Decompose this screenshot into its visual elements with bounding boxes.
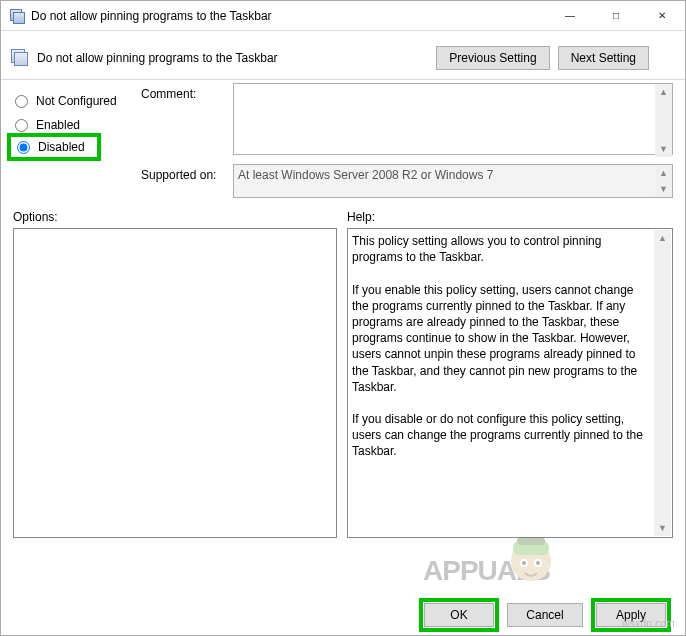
window-title: Do not allow pinning programs to the Tas… bbox=[31, 9, 547, 23]
scrollbar[interactable]: ▲▼ bbox=[655, 84, 672, 157]
right-fields: Comment: ▲▼ Supported on: At least Windo… bbox=[141, 83, 673, 204]
options-box bbox=[13, 228, 337, 538]
lower-panels: Options: Help: This policy setting allow… bbox=[13, 210, 673, 538]
window-controls: — □ ✕ bbox=[547, 1, 685, 30]
comment-box: ▲▼ bbox=[233, 83, 673, 158]
comment-input[interactable] bbox=[233, 83, 673, 155]
sub-header: Do not allow pinning programs to the Tas… bbox=[1, 31, 685, 77]
supported-label: Supported on: bbox=[141, 164, 233, 198]
policy-title: Do not allow pinning programs to the Tas… bbox=[37, 51, 436, 65]
highlight-disabled: Disabled bbox=[7, 133, 101, 161]
cancel-button[interactable]: Cancel bbox=[507, 603, 583, 627]
supported-box-wrap: At least Windows Server 2008 R2 or Windo… bbox=[233, 164, 673, 198]
previous-setting-button[interactable]: Previous Setting bbox=[436, 46, 549, 70]
close-button[interactable]: ✕ bbox=[639, 1, 685, 30]
radio-not-configured[interactable]: Not Configured bbox=[13, 89, 141, 113]
title-bar: Do not allow pinning programs to the Tas… bbox=[1, 1, 685, 31]
state-radio-group: Not Configured Enabled Disabled bbox=[13, 83, 141, 204]
highlight-ok: OK bbox=[419, 598, 499, 632]
radio-disabled-label: Disabled bbox=[38, 140, 85, 154]
policy-icon bbox=[11, 49, 29, 67]
radio-enabled-label: Enabled bbox=[36, 118, 80, 132]
window-icon bbox=[9, 8, 25, 24]
comment-row: Comment: ▲▼ bbox=[141, 83, 673, 158]
scrollbar[interactable]: ▲▼ bbox=[654, 230, 671, 536]
nav-buttons: Previous Setting Next Setting bbox=[436, 46, 675, 70]
comment-label: Comment: bbox=[141, 83, 233, 158]
supported-row: Supported on: At least Windows Server 20… bbox=[141, 164, 673, 198]
help-label: Help: bbox=[347, 210, 673, 224]
content-area: Not Configured Enabled Disabled Comment:… bbox=[1, 77, 685, 595]
radio-enabled-input[interactable] bbox=[15, 119, 28, 132]
radio-disabled[interactable]: Disabled bbox=[15, 140, 85, 154]
help-column: Help: This policy setting allows you to … bbox=[347, 210, 673, 538]
help-text: This policy setting allows you to contro… bbox=[352, 233, 652, 460]
scrollbar[interactable]: ▲▼ bbox=[655, 165, 672, 197]
ok-button[interactable]: OK bbox=[424, 603, 494, 627]
configuration-row: Not Configured Enabled Disabled Comment:… bbox=[13, 83, 673, 204]
options-label: Options: bbox=[13, 210, 337, 224]
radio-not-configured-label: Not Configured bbox=[36, 94, 117, 108]
minimize-button[interactable]: — bbox=[547, 1, 593, 30]
help-box: This policy setting allows you to contro… bbox=[347, 228, 673, 538]
site-watermark: wsxdn.com bbox=[622, 618, 675, 629]
maximize-button[interactable]: □ bbox=[593, 1, 639, 30]
radio-disabled-input[interactable] bbox=[17, 141, 30, 154]
supported-value: At least Windows Server 2008 R2 or Windo… bbox=[233, 164, 673, 198]
footer: OK Cancel Apply bbox=[1, 595, 685, 635]
options-column: Options: bbox=[13, 210, 337, 538]
next-setting-button[interactable]: Next Setting bbox=[558, 46, 649, 70]
radio-not-configured-input[interactable] bbox=[15, 95, 28, 108]
